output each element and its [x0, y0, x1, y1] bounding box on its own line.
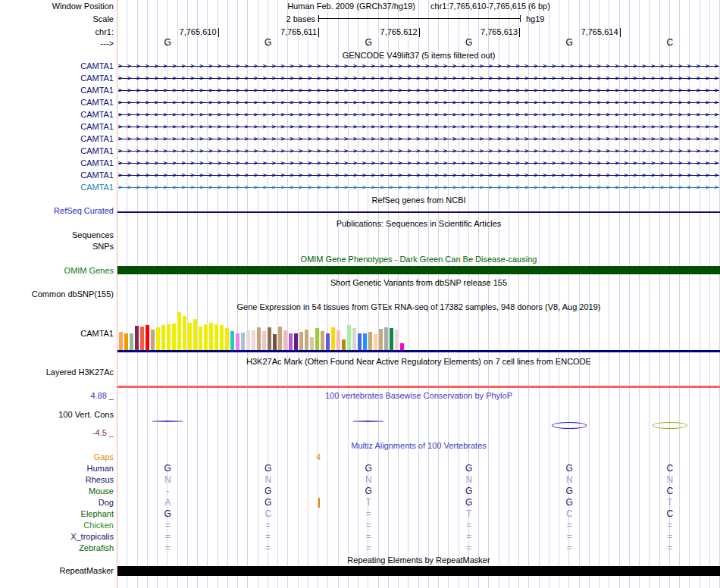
gtex-tissue-bar — [278, 327, 282, 350]
gtex-tissue-bar — [146, 325, 149, 350]
multiz-base: T — [466, 509, 471, 519]
gene-item-exon-line[interactable]: >>>>>>>>>>>>>>>>>>>>>>>>>>>>>>>>>>>>>>>>… — [118, 170, 719, 180]
multiz-base: T — [366, 498, 371, 508]
multiz-insert-marker — [318, 498, 320, 508]
conservation-label[interactable]: 100 Vert. Cons — [0, 410, 114, 420]
h3k27ac-signal-line[interactable] — [117, 386, 720, 388]
gene-item-exon-line[interactable]: >>>>>>>>>>>>>>>>>>>>>>>>>>>>>>>>>>>>>>>>… — [118, 110, 719, 120]
gene-item-exon-line[interactable]: >>>>>>>>>>>>>>>>>>>>>>>>>>>>>>>>>>>>>>>>… — [118, 86, 719, 95]
gene-item-label[interactable]: CAMTA1 — [0, 98, 114, 108]
gtex-tissue-bar — [342, 339, 346, 350]
multiz-base: = — [667, 521, 672, 530]
multiz-base: = — [366, 532, 371, 542]
gene-item-exon-line[interactable]: >>>>>>>>>>>>>>>>>>>>>>>>>>>>>>>>>>>>>>>>… — [118, 122, 719, 132]
multiz-species-label[interactable]: Mouse — [0, 486, 114, 496]
multiz-base: = — [366, 509, 371, 519]
multiz-base: C — [265, 509, 271, 519]
refseq-track-title: RefSeq genes from NCBI — [117, 195, 720, 205]
multiz-species-label[interactable]: Zebrafish — [0, 543, 114, 553]
repeatmasker-bar[interactable] — [117, 566, 720, 576]
gtex-tissue-bar — [172, 324, 176, 350]
multiz-base: G — [265, 498, 271, 508]
multiz-base: N — [566, 475, 573, 485]
multiz-base: = — [567, 532, 572, 542]
gtex-tissue-bar — [347, 325, 351, 350]
gene-item-exon-line[interactable]: >>>>>>>>>>>>>>>>>>>>>>>>>>>>>>>>>>>>>>>>… — [118, 183, 719, 192]
gene-item-exon-line[interactable]: >>>>>>>>>>>>>>>>>>>>>>>>>>>>>>>>>>>>>>>>… — [118, 74, 719, 83]
gtex-tissue-bar — [225, 328, 229, 350]
phylop-mark — [353, 421, 383, 422]
h3k27ac-label[interactable]: Layered H3K27Ac — [0, 368, 114, 377]
multiz-base: = — [165, 521, 171, 530]
multiz-species-label[interactable]: Gaps — [0, 452, 114, 462]
multiz-species-label[interactable]: Rhesus — [0, 475, 114, 485]
multiz-base: T — [667, 498, 672, 508]
multiz-base: = — [366, 543, 371, 553]
gene-item-label[interactable]: CAMTA1 — [0, 134, 114, 144]
multiz-base: = — [667, 532, 672, 542]
coordinate-tick — [620, 28, 621, 37]
gtex-expression-bars[interactable] — [119, 312, 404, 350]
gene-item-exon-line[interactable]: >>>>>>>>>>>>>>>>>>>>>>>>>>>>>>>>>>>>>>>>… — [118, 134, 719, 144]
refseq-gene-line[interactable] — [117, 211, 720, 213]
multiz-base: G — [566, 464, 573, 474]
repeatmasker-track-title: Repeating Elements by RepeatMasker — [117, 555, 720, 565]
multiz-base: = — [165, 532, 171, 542]
gtex-tissue-bar — [119, 332, 123, 350]
publications-track-title: Publications: Sequences in Scientific Ar… — [117, 219, 720, 229]
scale-assembly: hg19 — [526, 14, 544, 24]
gene-item-exon-line[interactable]: >>>>>>>>>>>>>>>>>>>>>>>>>>>>>>>>>>>>>>>>… — [118, 158, 719, 168]
omim-genes-label[interactable]: OMIM Genes — [0, 266, 114, 276]
gene-item-label[interactable]: CAMTA1 — [0, 158, 114, 168]
reference-base: G — [265, 38, 271, 48]
multiz-species-label[interactable]: Chicken — [0, 521, 114, 530]
gene-item-exon-line[interactable]: >>>>>>>>>>>>>>>>>>>>>>>>>>>>>>>>>>>>>>>>… — [118, 146, 719, 156]
phylop-mark — [653, 422, 687, 429]
gtex-tissue-bar — [384, 327, 388, 350]
repeatmasker-label[interactable]: RepeatMasker — [0, 566, 114, 576]
multiz-species-label[interactable]: Dog — [0, 498, 114, 508]
multiz-base: G — [465, 486, 472, 496]
publications-snps-label[interactable]: SNPs — [0, 242, 114, 252]
conservation-max-value: 4.88 _ — [0, 391, 114, 401]
gtex-tissue-bar — [268, 327, 271, 350]
gtex-tissue-bar — [246, 330, 250, 350]
coordinate-label: 7,765,614 — [581, 27, 618, 37]
multiz-base: G — [365, 464, 372, 474]
gene-item-label[interactable]: CAMTA1 — [0, 146, 114, 156]
gtex-tissue-bar — [252, 330, 255, 350]
strand-arrow-label: ---> — [0, 39, 114, 48]
gene-item-label[interactable]: CAMTA1 — [0, 74, 114, 83]
gtex-tissue-bar — [299, 332, 303, 350]
gene-item-label[interactable]: CAMTA1 — [0, 61, 114, 71]
gene-item-exon-line[interactable]: >>>>>>>>>>>>>>>>>>>>>>>>>>>>>>>>>>>>>>>>… — [118, 61, 719, 71]
omim-gene-bar[interactable] — [117, 266, 720, 274]
multiz-base: G — [465, 464, 472, 474]
gene-item-label[interactable]: CAMTA1 — [0, 170, 114, 180]
reference-base: G — [465, 38, 472, 48]
refseq-curated-label[interactable]: RefSeq Curated — [0, 206, 114, 216]
multiz-species-label[interactable]: Human — [0, 464, 114, 474]
coordinate-tick — [519, 28, 520, 37]
multiz-base: = — [466, 543, 471, 553]
h3k27ac-track-title: H3K27Ac Mark (Often Found Near Active Re… — [117, 357, 720, 367]
gtex-tissue-bar — [188, 323, 192, 350]
gene-item-label[interactable]: CAMTA1 — [0, 122, 114, 132]
gtex-gene-label[interactable]: CAMTA1 — [0, 329, 114, 339]
multiz-base: N — [265, 475, 271, 485]
dbsnp-label[interactable]: Common dbSNP(155) — [0, 289, 114, 299]
gene-item-label[interactable]: CAMTA1 — [0, 110, 114, 120]
multiz-base: C — [566, 509, 573, 519]
gene-item-label[interactable]: CAMTA1 — [0, 86, 114, 95]
scale-value: 2 bases — [286, 14, 315, 24]
reference-base: C — [666, 38, 673, 48]
gtex-tissue-bar — [151, 330, 155, 350]
publications-sequences-label[interactable]: Sequences — [0, 230, 114, 240]
gene-item-exon-line[interactable]: >>>>>>>>>>>>>>>>>>>>>>>>>>>>>>>>>>>>>>>>… — [118, 98, 719, 108]
gene-item-label[interactable]: CAMTA1 — [0, 183, 114, 192]
multiz-species-label[interactable]: X_tropicalis — [0, 532, 114, 542]
gtex-tissue-bar — [321, 331, 324, 350]
multiz-track-title: Multiz Alignments of 100 Vertebrates — [117, 441, 720, 451]
multiz-species-label[interactable]: Elephant — [0, 509, 114, 519]
multiz-base: = — [466, 532, 471, 542]
